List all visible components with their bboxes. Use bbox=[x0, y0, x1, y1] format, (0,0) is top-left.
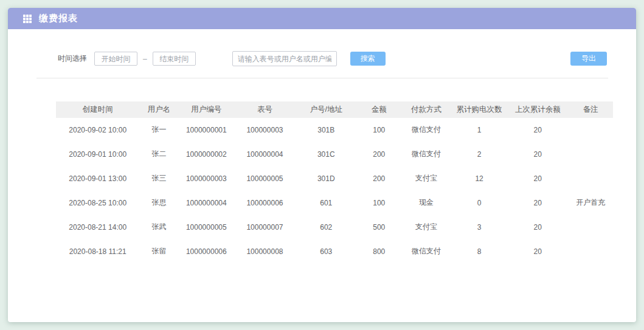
table-cell: 100 bbox=[357, 118, 401, 142]
column-header: 创建时间 bbox=[56, 101, 139, 118]
search-button[interactable]: 搜索 bbox=[350, 52, 386, 66]
table-cell: 100000005 bbox=[234, 167, 296, 191]
column-header: 累计购电次数 bbox=[451, 101, 507, 118]
table-cell: 支付宝 bbox=[401, 167, 451, 191]
table-cell: 301B bbox=[296, 118, 357, 142]
table-cell: 1000000003 bbox=[179, 167, 235, 191]
table-cell: 20 bbox=[507, 167, 569, 191]
end-time-input[interactable] bbox=[153, 52, 196, 66]
table-cell: 20 bbox=[507, 215, 569, 239]
table-row: 2020-08-18 11:21张留1000000006100000008603… bbox=[56, 239, 613, 264]
table-header-row: 创建时间用户名用户编号表号户号/地址金额付款方式累计购电次数上次累计余额备注 bbox=[56, 101, 613, 118]
table-cell: 100000008 bbox=[234, 239, 296, 264]
table-cell: 张三 bbox=[139, 167, 178, 191]
table-cell: 微信支付 bbox=[401, 118, 451, 142]
table-cell bbox=[569, 118, 613, 142]
table-cell bbox=[569, 142, 613, 167]
table-cell: 603 bbox=[296, 239, 357, 264]
table-cell: 2020-08-21 14:00 bbox=[56, 215, 139, 239]
table-row: 2020-08-21 14:00张武1000000005100000007602… bbox=[56, 215, 613, 239]
table-cell: 1000000002 bbox=[179, 142, 235, 167]
column-header: 金额 bbox=[357, 101, 401, 118]
table-cell: 2020-08-18 11:21 bbox=[56, 239, 139, 264]
page-title: 缴费报表 bbox=[39, 13, 78, 24]
column-header: 用户名 bbox=[139, 101, 178, 118]
table-cell: 601 bbox=[296, 191, 357, 215]
table-cell: 0 bbox=[451, 191, 507, 215]
table-cell: 100000004 bbox=[234, 142, 296, 167]
keyword-search-input[interactable] bbox=[232, 51, 337, 66]
table-cell: 2020-09-02 10:00 bbox=[56, 118, 139, 142]
filter-divider bbox=[36, 78, 608, 78]
range-separator: – bbox=[143, 55, 147, 63]
table-cell: 2020-09-01 13:00 bbox=[56, 167, 139, 191]
column-header: 备注 bbox=[569, 101, 613, 118]
table-cell: 开户首充 bbox=[569, 191, 613, 215]
table-cell: 20 bbox=[507, 142, 569, 167]
table-cell: 张二 bbox=[139, 142, 178, 167]
table-cell: 1000000006 bbox=[179, 239, 235, 264]
table-cell: 602 bbox=[296, 215, 357, 239]
column-header: 户号/地址 bbox=[296, 101, 357, 118]
start-time-input[interactable] bbox=[94, 52, 137, 66]
table-cell bbox=[569, 215, 613, 239]
table-row: 2020-09-02 10:00张一1000000001100000003301… bbox=[56, 118, 613, 142]
export-button[interactable]: 导出 bbox=[570, 52, 607, 66]
table-cell: 500 bbox=[357, 215, 401, 239]
table-cell: 2020-09-01 10:00 bbox=[56, 142, 139, 167]
table-cell bbox=[569, 167, 613, 191]
table-cell: 1 bbox=[451, 118, 507, 142]
table-row: 2020-09-01 10:00张二1000000002100000004301… bbox=[56, 142, 613, 167]
titlebar: 缴费报表 bbox=[8, 8, 636, 29]
report-card: 缴费报表 时间选择 – 搜索 导出 创建时间用户名用户编号表号户号/地址金额付款… bbox=[8, 8, 636, 322]
table-cell: 301C bbox=[296, 142, 357, 167]
table-cell: 12 bbox=[451, 167, 507, 191]
table-cell: 800 bbox=[357, 239, 401, 264]
table-cell: 1000000001 bbox=[179, 118, 235, 142]
column-header: 上次累计余额 bbox=[507, 101, 569, 118]
table-cell: 微信支付 bbox=[401, 142, 451, 167]
table-cell: 100 bbox=[357, 191, 401, 215]
table-cell: 2020-08-25 10:00 bbox=[56, 191, 139, 215]
table-cell: 301D bbox=[296, 167, 357, 191]
grid-menu-icon[interactable] bbox=[23, 15, 32, 23]
table-cell: 张留 bbox=[139, 239, 178, 264]
table-cell: 1000000005 bbox=[179, 215, 235, 239]
column-header: 用户编号 bbox=[179, 101, 235, 118]
table-cell: 8 bbox=[451, 239, 507, 264]
table-container: 创建时间用户名用户编号表号户号/地址金额付款方式累计购电次数上次累计余额备注 2… bbox=[56, 101, 613, 264]
table-cell: 3 bbox=[451, 215, 507, 239]
table-cell: 现金 bbox=[401, 191, 451, 215]
table-cell: 1000000004 bbox=[179, 191, 235, 215]
table-row: 2020-08-25 10:00张思1000000004100000006601… bbox=[56, 191, 613, 215]
column-header: 表号 bbox=[234, 101, 296, 118]
report-table: 创建时间用户名用户编号表号户号/地址金额付款方式累计购电次数上次累计余额备注 2… bbox=[56, 101, 613, 264]
table-cell: 微信支付 bbox=[401, 239, 451, 264]
table-row: 2020-09-01 13:00张三1000000003100000005301… bbox=[56, 167, 613, 191]
table-cell: 100000006 bbox=[234, 191, 296, 215]
table-cell: 支付宝 bbox=[401, 215, 451, 239]
table-cell: 20 bbox=[507, 239, 569, 264]
column-header: 付款方式 bbox=[401, 101, 451, 118]
table-cell: 张武 bbox=[139, 215, 178, 239]
time-select-label: 时间选择 bbox=[58, 53, 87, 64]
table-cell: 200 bbox=[357, 167, 401, 191]
table-cell: 2 bbox=[451, 142, 507, 167]
table-cell: 20 bbox=[507, 191, 569, 215]
table-cell: 200 bbox=[357, 142, 401, 167]
table-cell: 张一 bbox=[139, 118, 178, 142]
filter-bar: 时间选择 – 搜索 导出 bbox=[58, 51, 607, 66]
table-cell: 张思 bbox=[139, 191, 178, 215]
table-cell: 100000003 bbox=[234, 118, 296, 142]
table-cell: 100000007 bbox=[234, 215, 296, 239]
table-cell: 20 bbox=[507, 118, 569, 142]
table-cell bbox=[569, 239, 613, 264]
